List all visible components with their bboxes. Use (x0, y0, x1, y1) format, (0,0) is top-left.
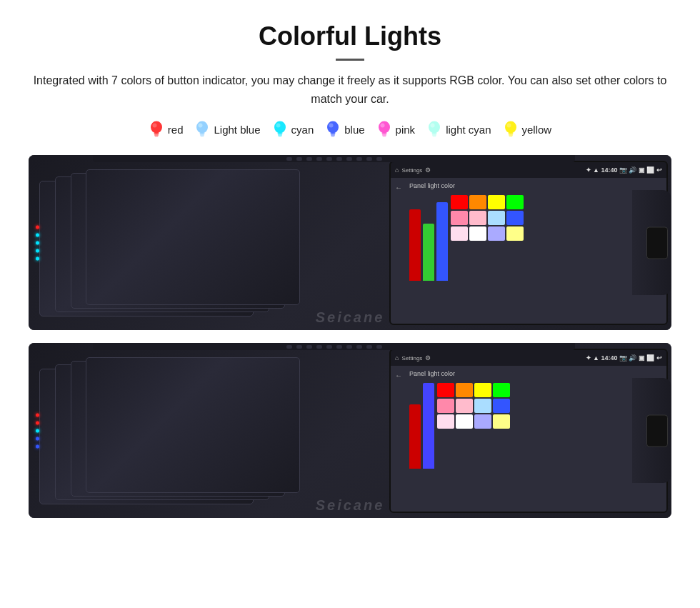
color-swatch (506, 211, 524, 225)
svg-rect-33 (509, 134, 513, 136)
top-btn (296, 157, 302, 161)
top-btn (286, 157, 292, 161)
svg-point-20 (379, 121, 390, 134)
led-indicator (36, 421, 39, 424)
svg-point-5 (196, 121, 208, 134)
back-arrow-1: ← (395, 184, 405, 194)
color-grid-1 (451, 195, 524, 281)
bulb-icon (194, 119, 210, 139)
panel-light-label-1: Panel light color (409, 182, 524, 189)
top-btn (306, 345, 312, 349)
top-btn (316, 157, 322, 161)
color-swatch (493, 383, 510, 397)
color-bar (409, 404, 421, 469)
led-indicator (36, 249, 39, 252)
color-swatch (451, 211, 468, 225)
screen-time-2: ✦ ▲ 14:40 📷 🔊 ▣ ⬜ ↩ (586, 354, 662, 362)
car-unit-2: ⌂ Settings ⚙ ✦ ▲ 14:40 📷 🔊 ▣ ⬜ ↩ ← Panel… (29, 343, 671, 518)
din-area-2 (36, 413, 39, 448)
svg-rect-27 (432, 133, 437, 134)
color-legend-item: pink (376, 119, 416, 139)
top-btn (366, 157, 372, 161)
bracket-inner-1 (646, 226, 668, 259)
svg-rect-2 (154, 133, 159, 134)
top-btn (336, 345, 342, 349)
svg-rect-14 (278, 136, 281, 137)
settings-icon-2: ⚙ (425, 354, 431, 362)
led-indicator (36, 241, 39, 244)
color-name: light cyan (446, 124, 491, 136)
color-legend-item: yellow (503, 119, 552, 139)
car-unit-1: ⌂ Settings ⚙ ✦ ▲ 14:40 📷 🔊 ▣ ⬜ ↩ ← Panel… (29, 155, 671, 330)
svg-rect-29 (433, 136, 436, 137)
color-legend-item: red (149, 119, 184, 139)
svg-rect-8 (200, 134, 204, 136)
svg-rect-13 (278, 134, 282, 136)
top-btn (326, 157, 332, 161)
top-btn (356, 345, 362, 349)
right-bracket-2 (632, 378, 671, 483)
top-btn (296, 345, 302, 349)
led-indicator (36, 413, 39, 417)
led-indicator (36, 429, 39, 432)
svg-rect-28 (432, 134, 436, 136)
svg-rect-17 (331, 133, 336, 134)
sim-panel (86, 357, 300, 493)
color-swatch (506, 195, 524, 209)
led-indicator (36, 256, 39, 260)
led-indicator (36, 225, 39, 229)
color-swatch (469, 226, 486, 241)
main-screen-2: ⌂ Settings ⚙ ✦ ▲ 14:40 📷 🔊 ▣ ⬜ ↩ ← Panel… (389, 349, 668, 513)
color-swatch (456, 414, 473, 429)
title-divider (336, 59, 364, 61)
svg-rect-22 (381, 133, 386, 134)
svg-rect-23 (382, 134, 386, 136)
bracket-inner-2 (646, 414, 668, 447)
color-swatch (488, 211, 505, 225)
color-swatch (456, 399, 473, 413)
svg-point-15 (327, 121, 339, 134)
color-bars-1 (409, 195, 448, 281)
top-btn (376, 157, 382, 161)
color-name: Light blue (214, 124, 260, 136)
svg-rect-19 (331, 136, 335, 137)
screen-header-1: ⌂ Settings ⚙ ✦ ▲ 14:40 📷 🔊 ▣ ⬜ ↩ (391, 162, 666, 178)
color-swatch (437, 414, 454, 429)
color-legend: red Light blue cyan blue pink light cyan (29, 119, 671, 139)
back-arrow-2: ← (395, 372, 405, 382)
svg-rect-34 (509, 136, 512, 137)
led-indicator (36, 437, 39, 440)
page-title: Colorful Lights (29, 21, 671, 51)
color-grid-2 (437, 383, 510, 469)
top-btn (356, 157, 362, 161)
screen-header-2: ⌂ Settings ⚙ ✦ ▲ 14:40 📷 🔊 ▣ ⬜ ↩ (391, 350, 666, 366)
top-btn (326, 345, 332, 349)
color-bar (423, 383, 434, 469)
top-btn (316, 345, 322, 349)
right-bracket-1 (632, 190, 671, 295)
color-swatch (474, 414, 491, 429)
top-btn (346, 157, 352, 161)
svg-point-10 (274, 121, 286, 134)
led-indicator (36, 233, 39, 236)
svg-rect-4 (154, 136, 158, 137)
din-area-1 (36, 225, 39, 260)
svg-rect-12 (277, 133, 282, 134)
page-container: Colorful Lights Integrated with 7 colors… (0, 0, 700, 545)
svg-point-26 (431, 124, 435, 128)
color-swatch (493, 414, 510, 429)
top-btn (366, 345, 372, 349)
color-swatch (469, 211, 486, 225)
screen-time-1: ✦ ▲ 14:40 📷 🔊 ▣ ⬜ ↩ (586, 166, 662, 174)
screen-body-2: ← Panel light color (391, 366, 666, 512)
color-legend-item: light cyan (426, 119, 491, 139)
svg-point-31 (506, 124, 511, 128)
home-icon-2: ⌂ (395, 354, 399, 362)
panel-light-label-2: Panel light color (409, 370, 510, 377)
color-swatch (451, 226, 468, 241)
top-btn (286, 345, 292, 349)
bulb-icon (376, 119, 392, 139)
screen-body-1: ← Panel light color (391, 178, 666, 324)
sim-panel (86, 169, 300, 305)
svg-point-25 (429, 121, 440, 134)
